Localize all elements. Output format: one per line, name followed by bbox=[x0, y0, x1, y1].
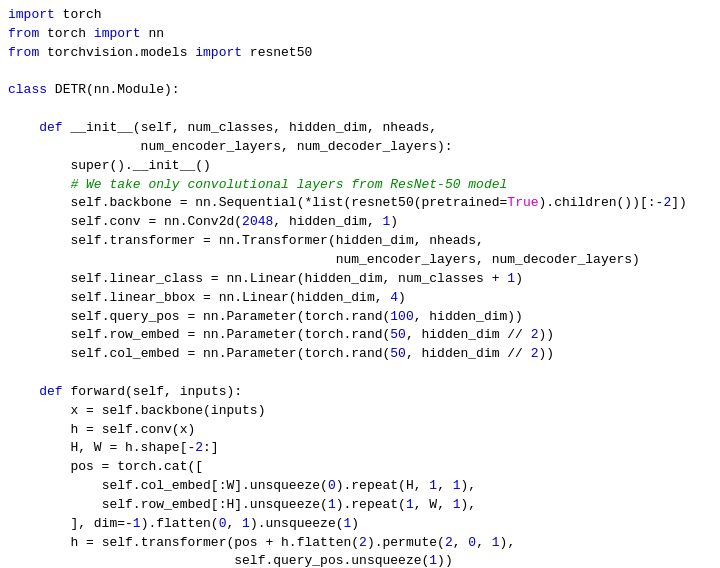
code-editor: import torch from torch import nn from t… bbox=[0, 0, 720, 568]
code-content: import torch from torch import nn from t… bbox=[8, 6, 712, 568]
